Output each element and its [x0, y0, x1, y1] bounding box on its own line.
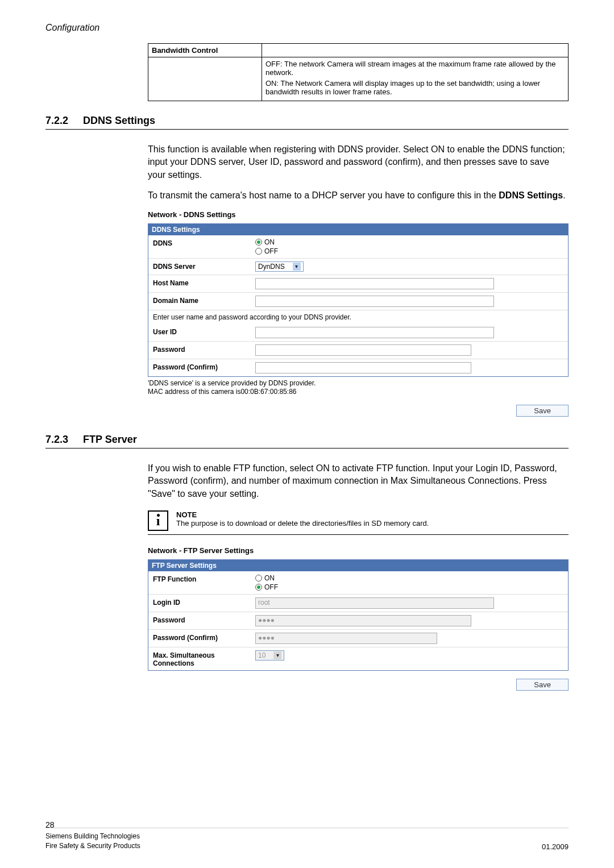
ddns-domain-input[interactable] [255, 296, 494, 307]
bandwidth-row-label [148, 57, 262, 101]
ddns-panel: DDNS Settings DDNS ON OFF DDNS Server [148, 223, 569, 377]
radio-icon [255, 584, 262, 591]
footer-date: 01.2009 [542, 842, 569, 851]
ddns-password-confirm-label: Password (Confirm) [153, 362, 255, 371]
ddns-footnote: 'DDNS service' is a service provided by … [148, 379, 569, 397]
ddns-server-select[interactable]: DynDNS ▾ [255, 261, 304, 272]
page-header: Configuration [45, 23, 569, 33]
ddns-password-confirm-input[interactable] [255, 362, 471, 373]
footer-line2: Fire Safety & Security Products [45, 841, 140, 851]
section-ftp-title: FTP Server [83, 434, 137, 446]
bandwidth-row-desc: OFF: The network Camera will stream imag… [262, 57, 569, 101]
chevron-down-icon: ▾ [293, 263, 301, 271]
section-ftp: 7.2.3 FTP Server [45, 434, 569, 448]
bandwidth-heading: Bandwidth Control [148, 44, 262, 57]
ddns-user-input[interactable] [255, 327, 494, 338]
ddns-para-1: This function is available when register… [148, 143, 569, 181]
note-head: NOTE [176, 510, 569, 519]
ddns-panel-title: Network - DDNS Settings [148, 210, 569, 219]
chevron-down-icon: ▾ [273, 651, 281, 659]
ddns-label: DDNS [153, 238, 255, 247]
ddns-radio-off[interactable]: OFF [255, 247, 563, 255]
ddns-save-button[interactable]: Save [516, 405, 569, 417]
ftp-radio-on[interactable]: ON [255, 574, 563, 582]
info-icon: ı [148, 510, 168, 531]
ftp-para-1: If you wish to enable FTP function, sele… [148, 462, 569, 500]
section-ddns-num: 7.2.2 [45, 115, 74, 127]
ddns-para-2: To transmit the camera's host name to a … [148, 189, 569, 202]
bandwidth-control-table: Bandwidth Control OFF: The network Camer… [148, 43, 569, 101]
ftp-password-confirm-label: Password (Confirm) [153, 633, 255, 642]
ftp-login-label: Login ID [153, 597, 255, 607]
bandwidth-on-text: ON: The Network Camera will display imag… [265, 79, 565, 96]
ddns-password-label: Password [153, 344, 255, 354]
ftp-panel: FTP Server Settings FTP Function ON OFF … [148, 559, 569, 671]
ftp-password-confirm-input[interactable]: ●●●● [255, 633, 437, 644]
section-ftp-num: 7.2.3 [45, 434, 74, 446]
ftp-save-button[interactable]: Save [516, 679, 569, 691]
radio-icon [255, 248, 262, 255]
page-footer: Siemens Building Technologies Fire Safet… [45, 828, 569, 851]
ddns-domain-label: Domain Name [153, 296, 255, 305]
radio-icon [255, 575, 262, 582]
note-body: The purpose is to download or delete the… [176, 519, 569, 528]
ftp-login-input[interactable]: root [255, 597, 494, 609]
ddns-instruction: Enter user name and password according t… [148, 310, 568, 324]
ddns-server-label: DDNS Server [153, 261, 255, 271]
ftp-radio-off[interactable]: OFF [255, 583, 563, 591]
ftp-max-conn-select[interactable]: 10 ▾ [255, 650, 284, 661]
note-callout: ı NOTE The purpose is to download or del… [148, 510, 569, 535]
ddns-radio-on[interactable]: ON [255, 238, 563, 246]
ftp-panel-head: FTP Server Settings [148, 560, 568, 571]
ddns-panel-head: DDNS Settings [148, 224, 568, 235]
ddns-password-input[interactable] [255, 344, 471, 356]
ddns-host-input[interactable] [255, 278, 494, 289]
ddns-host-label: Host Name [153, 278, 255, 287]
bandwidth-off-text: OFF: The network Camera will stream imag… [265, 60, 565, 77]
ddns-user-label: User ID [153, 327, 255, 336]
ftp-max-conn-label: Max. Simultaneous Connections [153, 650, 255, 667]
bandwidth-heading-empty [262, 44, 569, 57]
section-ddns-title: DDNS Settings [83, 115, 155, 127]
ftp-password-input[interactable]: ●●●● [255, 615, 471, 626]
ftp-func-label: FTP Function [153, 574, 255, 583]
ftp-password-label: Password [153, 615, 255, 624]
footer-line1: Siemens Building Technologies [45, 832, 140, 841]
section-ddns: 7.2.2 DDNS Settings [45, 115, 569, 130]
radio-icon [255, 239, 262, 246]
ftp-panel-title: Network - FTP Server Settings [148, 546, 569, 555]
